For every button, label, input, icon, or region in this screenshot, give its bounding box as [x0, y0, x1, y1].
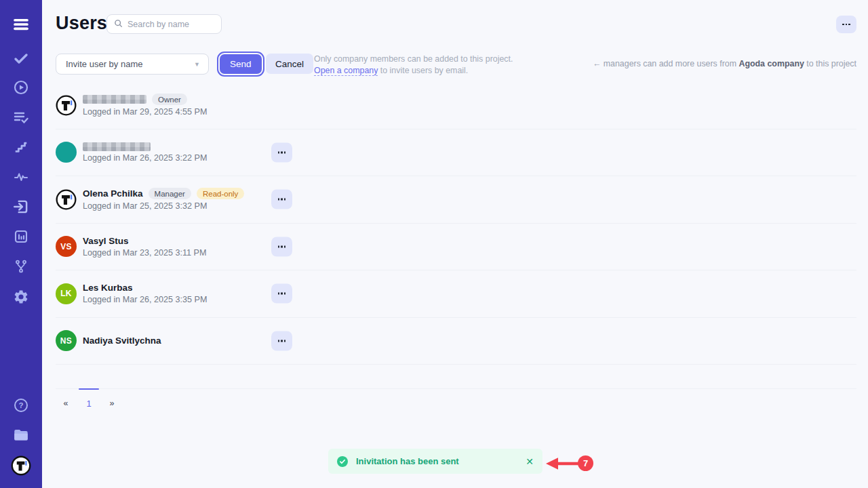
branch-fork-icon	[14, 259, 28, 274]
manager-note-prefix: ← managers can add more users from	[593, 59, 739, 68]
cancel-button[interactable]: Cancel	[266, 54, 313, 74]
search-icon	[114, 18, 123, 30]
sidebar-item-settings[interactable]	[0, 285, 42, 309]
annotation-number-badge: 7	[578, 455, 593, 471]
user-name: Vasyl Stus	[83, 236, 129, 246]
invite-user-select[interactable]: Invite user by name ▼	[56, 54, 209, 75]
manager-note: ← managers can add more users from Agoda…	[593, 59, 856, 68]
sidebar-item-reports[interactable]	[0, 224, 42, 249]
sidebar-item-projects[interactable]	[0, 423, 42, 447]
ellipsis-icon	[278, 199, 286, 201]
last-login: Logged in Mar 29, 2025 4:55 PM	[83, 107, 207, 117]
toast-success: Inivitation has been sent ✕	[328, 449, 542, 474]
row-menu-button[interactable]	[271, 190, 292, 209]
sidebar-item-help[interactable]: ?	[0, 393, 42, 418]
table-row: Logged in Mar 26, 2025 3:22 PM	[56, 129, 856, 177]
checkmark-icon	[13, 50, 29, 66]
gear-settings-icon	[13, 289, 29, 305]
toast-close-icon[interactable]: ✕	[526, 457, 534, 466]
sidebar-item-logo[interactable]	[0, 453, 42, 478]
row-menu-button[interactable]	[271, 142, 292, 162]
avatar: VS	[56, 236, 77, 257]
sidebar-item-tasks[interactable]	[0, 46, 42, 70]
table-row: Olena Pchilka Manager Read-only Logged i…	[56, 176, 856, 224]
user-list: Owner Logged in Mar 29, 2025 4:55 PM Log…	[56, 82, 856, 365]
last-login: Logged in Mar 23, 2025 3:11 PM	[83, 248, 207, 258]
sidebar-item-branches[interactable]	[0, 254, 42, 279]
toast-message: Inivitation has been sent	[356, 456, 459, 466]
ellipsis-icon	[278, 340, 286, 342]
bar-chart-icon	[13, 228, 29, 245]
avatar	[56, 95, 77, 116]
open-company-link[interactable]: Open a company	[314, 66, 378, 76]
row-menu-button[interactable]	[271, 331, 292, 350]
user-name: Nadiya Svitlychna	[83, 336, 161, 346]
list-check-icon	[13, 109, 29, 125]
search-input[interactable]	[127, 20, 214, 29]
pagination-next[interactable]: »	[102, 396, 122, 410]
pagination: « 1 »	[56, 388, 856, 410]
redacted-name	[83, 142, 151, 151]
pulse-activity-icon	[13, 169, 29, 185]
pagination-prev[interactable]: «	[56, 396, 76, 410]
sidebar-item-runs[interactable]	[0, 75, 42, 100]
user-name: Olena Pchilka	[83, 188, 143, 199]
svg-text:?: ?	[18, 401, 23, 409]
access-badge: Read-only	[197, 188, 244, 199]
last-login: Logged in Mar 26, 2025 3:22 PM	[83, 153, 207, 163]
invite-note-line1: Only company members can be added to thi…	[314, 54, 513, 64]
table-row: NS Nadiya Svitlychna	[56, 318, 856, 365]
ellipsis-icon	[842, 24, 850, 26]
manager-note-company: Agoda company	[738, 59, 804, 68]
sidebar-item-import[interactable]	[0, 195, 42, 219]
avatar: LK	[56, 283, 77, 304]
manager-note-suffix: to this project	[804, 59, 856, 68]
role-badge: Owner	[152, 94, 187, 105]
search-box[interactable]	[106, 14, 222, 34]
sidebar-item-activity[interactable]	[0, 165, 42, 189]
role-badge: Manager	[149, 188, 191, 199]
table-row: VS Vasyl Stus Logged in Mar 23, 2025 3:1…	[56, 224, 856, 271]
redacted-name	[83, 95, 146, 104]
pagination-page-1[interactable]: 1	[79, 396, 99, 410]
folder-icon	[12, 426, 30, 444]
avatar	[56, 189, 77, 210]
help-question-icon: ?	[13, 397, 29, 413]
page-title: Users	[56, 13, 107, 34]
sidebar-item-menu[interactable]	[0, 12, 42, 37]
stairs-steps-icon	[14, 140, 28, 155]
ellipsis-icon	[278, 151, 286, 153]
play-circle-icon	[13, 79, 29, 96]
hamburger-menu-icon	[12, 16, 30, 33]
table-row: LK Les Kurbas Logged in Mar 26, 2025 3:3…	[56, 270, 856, 318]
last-login: Logged in Mar 25, 2025 3:32 PM	[83, 201, 244, 211]
row-menu-button[interactable]	[271, 284, 292, 304]
send-button[interactable]: Send	[220, 54, 262, 74]
sidebar-item-steps[interactable]	[0, 135, 42, 159]
avatar: NS	[56, 330, 77, 351]
user-name: Les Kurbas	[83, 283, 133, 293]
table-row-owner: Owner Logged in Mar 29, 2025 4:55 PM	[56, 82, 856, 129]
sidebar: ?	[0, 0, 42, 488]
invite-note: Only company members can be added to thi…	[314, 54, 513, 76]
chevron-down-icon: ▼	[194, 61, 200, 68]
active-page-indicator	[79, 388, 99, 390]
sign-in-icon	[12, 198, 30, 216]
row-menu-button[interactable]	[271, 237, 292, 256]
success-check-icon	[337, 456, 348, 467]
invite-select-value: Invite user by name	[66, 59, 194, 69]
annotation-arrow-icon	[544, 455, 582, 472]
header-more-button[interactable]	[836, 16, 856, 33]
avatar	[56, 142, 77, 163]
ellipsis-icon	[278, 293, 286, 295]
invite-note-line2-rest: to invite users by email.	[378, 66, 468, 75]
ellipsis-icon	[278, 245, 286, 247]
sidebar-item-suites[interactable]	[0, 105, 42, 129]
app-logo	[11, 455, 31, 476]
last-login: Logged in Mar 26, 2025 3:35 PM	[83, 295, 207, 304]
